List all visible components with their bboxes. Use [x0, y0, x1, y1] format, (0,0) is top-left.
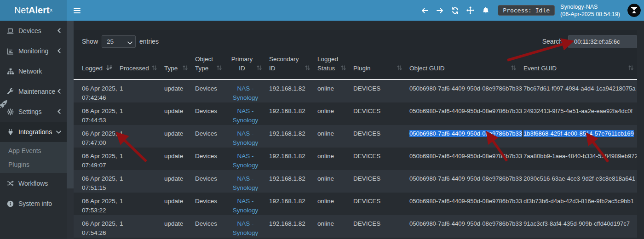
primary-id-link[interactable]: NAS - Synology	[233, 175, 259, 191]
cell-event-guid: 7bc67d61-f097-4984-a4d4-1ca94218075a	[520, 80, 637, 102]
cell-object-guid: 050b6980-7af6-4409-950d-08e9786b7b33	[406, 80, 520, 102]
cell-plugin: DEVICES	[350, 102, 406, 125]
sidebar-subitem-plugins[interactable]: Plugins	[0, 158, 67, 171]
sidebar-subitem-app-events[interactable]: App Events	[0, 144, 67, 158]
logged-date: 06 Apr 2025,	[82, 84, 112, 93]
table-header: Logged Processed Type Object Type Primar…	[74, 52, 637, 80]
shuffle-icon	[6, 180, 14, 187]
column-header-logged-status[interactable]: Logged Status	[314, 52, 350, 80]
cell-event-guid: 91ac3cf3-8af4-435d-909b-cffd40d197c7	[520, 215, 637, 238]
sort-both-icon	[217, 65, 222, 73]
cell-plugin: DEVICES	[350, 193, 406, 215]
logged-time: 07:51:15	[82, 183, 112, 193]
column-header-secondary-id[interactable]: Secondary ID	[265, 52, 314, 80]
cell-secondary-id: 192.168.1.82	[265, 125, 314, 148]
app-logo[interactable]: NetAlertx	[0, 0, 67, 21]
table-row[interactable]: 06 Apr 2025,07:54:26 1 update Devices NA…	[74, 215, 637, 238]
column-header-plugin[interactable]: Plugin	[350, 52, 406, 80]
cell-processed: 1	[116, 215, 161, 238]
table-row[interactable]: 06 Apr 2025,07:44:53 1 update Devices NA…	[74, 102, 637, 125]
primary-id-link[interactable]: NAS - Synology	[233, 85, 259, 101]
search-control: Search:	[542, 35, 637, 48]
sort-both-icon	[183, 65, 188, 73]
column-header-type[interactable]: Type	[161, 52, 191, 80]
cell-processed: 1	[116, 102, 161, 125]
cell-secondary-id: 192.168.1.82	[265, 215, 314, 238]
table-row[interactable]: 06 Apr 2025,07:53:22 1 update Devices NA…	[74, 193, 637, 215]
refresh-button[interactable]	[448, 0, 463, 21]
cell-secondary-id: 192.168.1.82	[265, 193, 314, 215]
cell-object-guid: 050b6980-7af6-4409-950d-08e9786b7b33	[406, 148, 520, 170]
scrollbar-thumb[interactable]	[67, 21, 74, 188]
cell-processed: 1	[116, 193, 161, 215]
sort-both-icon	[511, 65, 516, 73]
cell-object-guid: 050b6980-7af6-4409-950d-08e9786b7b33	[406, 125, 520, 148]
top-bar: NetAlertx	[0, 0, 644, 21]
cell-logged: 06 Apr 2025,07:49:07	[74, 148, 116, 170]
sidebar-item-label: System info	[18, 200, 61, 207]
table-row[interactable]: 06 Apr 2025,07:49:07 1 update Devices NA…	[74, 148, 637, 170]
chevron-left-icon	[57, 27, 61, 34]
cell-plugin: DEVICES	[350, 125, 406, 148]
column-header-primary-id[interactable]: Primary ID	[225, 52, 265, 80]
nav-forward-button[interactable]	[432, 0, 448, 21]
integrations-submenu: App Events Plugins	[0, 142, 67, 173]
cell-event-guid: df3b73b6-d4ab-42d3-816e-9fb2ac5c9bb1	[520, 193, 637, 215]
sidebar-item-label: Settings	[18, 108, 57, 115]
search-label: Search:	[542, 38, 564, 45]
table-row[interactable]: 06 Apr 2025,07:51:15 1 update Devices NA…	[74, 170, 637, 193]
cell-processed: 1	[116, 148, 161, 170]
primary-id-link[interactable]: NAS - Synology	[233, 108, 259, 124]
sidebar-item-maintenance[interactable]: Maintenance	[0, 81, 67, 102]
primary-id-link[interactable]: NAS - Synology	[233, 198, 259, 214]
nav-back-button[interactable]	[417, 0, 432, 21]
cell-object-guid: 050b6980-7af6-4409-950d-08e9786b7b33	[406, 102, 520, 125]
column-header-object-type[interactable]: Object Type	[191, 52, 225, 80]
logged-date: 06 Apr 2025,	[82, 152, 112, 161]
sidebar-item-system-info[interactable]: System info	[0, 193, 67, 214]
brand-bold: Alert	[29, 5, 50, 16]
entries-control: Show 25 entries	[82, 35, 159, 48]
process-status-badge: Process: Idle	[498, 5, 555, 16]
cell-logged-status: online	[314, 125, 350, 148]
column-header-object-guid[interactable]: Object GUID	[406, 52, 520, 80]
column-header-logged[interactable]: Logged	[74, 52, 116, 80]
main-content: Show 25 entries Search: Logged Proces	[74, 21, 644, 239]
cell-primary-id: NAS - Synology	[225, 215, 265, 238]
column-header-processed[interactable]: Processed	[116, 52, 161, 80]
menu-toggle-button[interactable]	[67, 0, 87, 21]
sidebar-item-integrations[interactable]: Integrations	[0, 122, 67, 142]
sort-both-icon	[257, 65, 262, 73]
logged-date: 06 Apr 2025,	[82, 174, 112, 183]
sidebar-item-settings[interactable]: Settings	[0, 102, 67, 122]
primary-id-link[interactable]: NAS - Synology	[233, 220, 259, 236]
sidebar-item-workflows[interactable]: Workflows	[0, 173, 67, 193]
primary-id-link[interactable]: NAS - Synology	[233, 130, 259, 146]
primary-id-link[interactable]: NAS - Synology	[233, 153, 259, 169]
search-input[interactable]	[568, 35, 637, 48]
cell-object-type: Devices	[191, 215, 225, 238]
sort-both-icon	[397, 65, 402, 73]
cell-object-guid: 050b6980-7af6-4409-950d-08e9786b7b33	[406, 215, 520, 238]
move-button[interactable]	[463, 0, 478, 21]
scrollbar-track[interactable]	[67, 21, 74, 239]
sort-both-icon	[305, 65, 310, 73]
sidebar-item-monitoring[interactable]: Monitoring	[0, 41, 67, 61]
entries-select[interactable]: 25	[102, 35, 136, 48]
sort-both-icon	[152, 65, 157, 73]
cell-type: update	[161, 102, 191, 125]
cell-type: update	[161, 125, 191, 148]
sidebar-item-devices[interactable]: Devices	[0, 21, 67, 41]
logged-time: 07:54:26	[82, 228, 112, 238]
cell-processed: 1	[116, 170, 161, 193]
cell-plugin: DEVICES	[350, 148, 406, 170]
table-row[interactable]: 06 Apr 2025,07:42:46 1 update Devices NA…	[74, 80, 637, 102]
table-row[interactable]: 06 Apr 2025,07:47:00 1 update Devices NA…	[74, 125, 637, 148]
sort-desc-icon	[106, 65, 112, 73]
notifications-button[interactable]	[478, 0, 493, 21]
column-header-event-guid[interactable]: Event GUID	[520, 52, 637, 80]
arrow-right-icon	[436, 7, 444, 14]
refresh-icon	[451, 7, 459, 14]
sidebar-item-network[interactable]: Network	[0, 61, 67, 81]
user-avatar[interactable]	[627, 4, 641, 17]
